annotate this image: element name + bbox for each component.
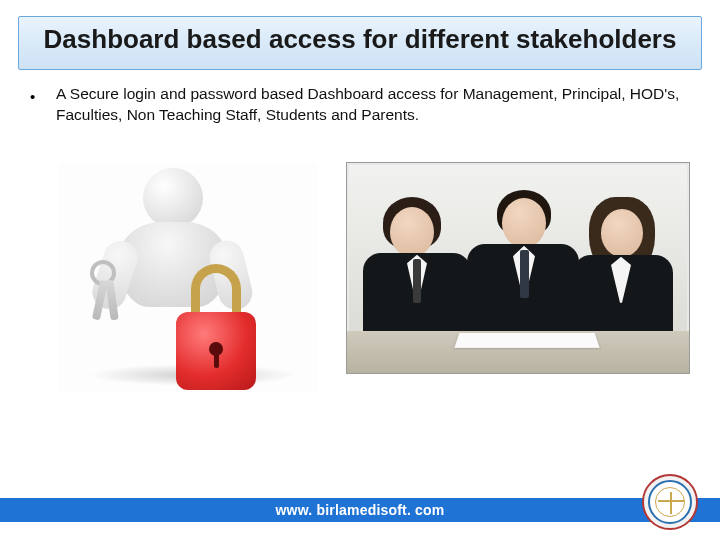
illustration-stakeholders-meeting [346,162,690,374]
footer-url: www. birlamedisoft. com [276,502,445,518]
illustration-secure-login [58,162,318,392]
page-title: Dashboard based access for different sta… [31,25,689,55]
content-area: • A Secure login and password based Dash… [0,70,720,392]
title-banner: Dashboard based access for different sta… [18,16,702,70]
bullet-text: A Secure login and password based Dashbo… [56,84,690,126]
bullet-item: • A Secure login and password based Dash… [30,84,690,126]
bullet-marker: • [30,84,38,126]
lock-icon [176,292,256,390]
keys-icon [86,260,134,320]
footer-bar: www. birlamedisoft. com [0,498,720,522]
company-logo [642,474,698,530]
images-row [58,162,690,392]
logo-icon [655,487,685,517]
